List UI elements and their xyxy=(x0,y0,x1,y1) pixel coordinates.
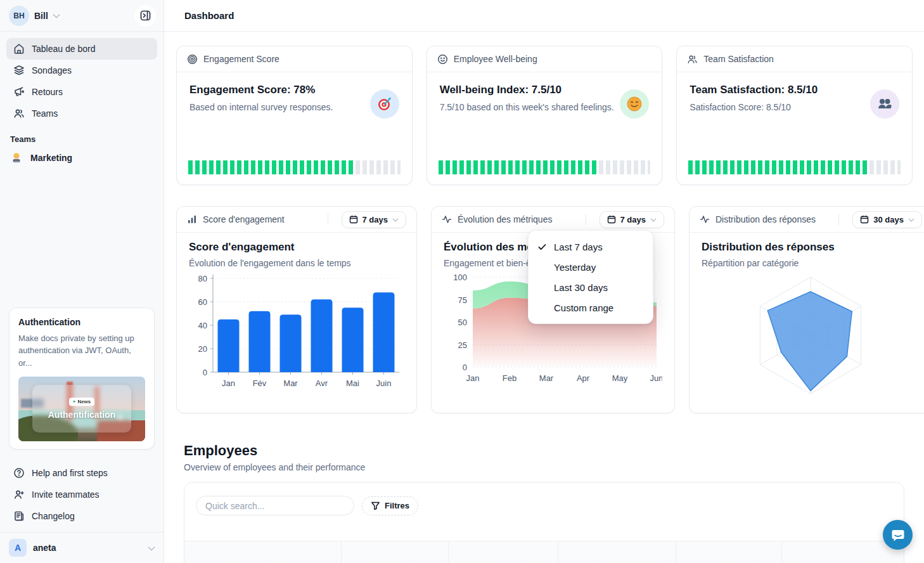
stat-subtitle: Satisfaction Score: 8.5/10 xyxy=(690,102,899,112)
sidebar-item-surveys[interactable]: Sondages xyxy=(6,60,157,81)
column-header-performance[interactable]: Performance xyxy=(676,541,782,563)
chevron-down-icon xyxy=(148,543,155,550)
menu-item-custom-range[interactable]: Custom range xyxy=(532,297,649,318)
svg-text:20: 20 xyxy=(198,344,207,354)
svg-text:Avr: Avr xyxy=(316,379,328,388)
page-title: Dashboard xyxy=(184,10,234,21)
svg-text:Juin: Juin xyxy=(376,379,392,388)
range-selector[interactable]: 30 days xyxy=(852,211,922,228)
wellbeing-card: Employee Well-being Well-being Index: 7.… xyxy=(427,46,663,185)
svg-text:25: 25 xyxy=(458,340,467,350)
chevron-down-icon xyxy=(909,216,914,222)
sidebar-item-feedback[interactable]: Retours xyxy=(6,81,157,103)
stats-row: Engagement Score Engagement Score: 78% B… xyxy=(176,46,913,185)
employees-subtitle: Overview of employees and their performa… xyxy=(184,462,365,472)
help-circle-icon xyxy=(13,467,25,479)
svg-text:100: 100 xyxy=(453,273,467,282)
layers-icon xyxy=(13,65,25,76)
workspace-name: aneta xyxy=(33,543,56,553)
activity-icon xyxy=(442,214,452,224)
card-header-label: Distribution des réponses xyxy=(715,214,816,224)
main-area: Dashboard Engagement Score Engagement Sc… xyxy=(164,0,924,563)
column-header-participation[interactable]: Participation xyxy=(558,541,676,563)
sidebar-item-dashboard[interactable]: Tableau de bord xyxy=(6,38,157,60)
workspace-switcher[interactable]: A aneta xyxy=(0,532,164,563)
svg-text:Jan: Jan xyxy=(466,373,480,383)
menu-item-last-30-days[interactable]: Last 30 days xyxy=(532,277,649,297)
satisfaction-progress-bar xyxy=(688,160,901,174)
menu-item-yesterday[interactable]: Yesterday xyxy=(532,257,649,277)
sidebar-collapse-button[interactable] xyxy=(134,5,156,27)
table-toolbar: Filtres xyxy=(184,482,904,529)
promo-image[interactable]: +News Authentification xyxy=(18,377,145,441)
users-icon xyxy=(687,54,698,65)
filters-button[interactable]: Filtres xyxy=(362,496,418,515)
engagement-progress-bar xyxy=(188,160,401,174)
chat-bubble-icon xyxy=(890,527,906,543)
chart-subtitle: Évolution de l'engagement dans le temps xyxy=(189,258,404,268)
svg-text:80: 80 xyxy=(198,274,207,283)
sidebar-item-label: Invite teammates xyxy=(32,489,99,500)
engagement-score-card: Engagement Score Engagement Score: 78% B… xyxy=(176,46,413,185)
news-badge: +News xyxy=(69,398,95,406)
column-header-team[interactable]: Team xyxy=(342,541,449,563)
chart-subtitle: Répartition par catégorie xyxy=(702,258,920,268)
card-header-label: Team Satisfaction xyxy=(703,54,774,64)
sidebar-item-label: Sondages xyxy=(32,65,72,75)
calendar-icon xyxy=(860,215,869,224)
chevron-down-icon xyxy=(651,216,657,222)
svg-text:0: 0 xyxy=(463,363,467,372)
range-selector[interactable]: 7 days xyxy=(342,211,406,228)
calendar-icon xyxy=(349,215,358,224)
svg-text:Feb: Feb xyxy=(503,373,517,383)
sidebar-item-changelog[interactable]: Changelog xyxy=(6,505,157,527)
app-root: BH Bill Tableau de bord Sondages Retours xyxy=(0,0,924,563)
column-header-user[interactable]: User xyxy=(184,541,342,563)
distribution-radar-chart xyxy=(702,271,920,404)
megaphone-icon xyxy=(13,86,25,98)
sidebar-team-marketing[interactable]: Marketing xyxy=(0,148,164,168)
sidebar-item-label: Help and first steps xyxy=(32,468,108,478)
panel-collapse-icon xyxy=(140,10,151,21)
svg-text:Mar: Mar xyxy=(539,373,554,383)
calendar-icon xyxy=(607,215,616,224)
user-avatar[interactable]: BH xyxy=(9,6,29,26)
search-input[interactable] xyxy=(196,496,354,515)
card-header-label: Évolution des métriques xyxy=(458,214,552,224)
user-name[interactable]: Bill xyxy=(34,11,48,21)
check-icon xyxy=(537,242,554,252)
sidebar-item-label: Tableau de bord xyxy=(32,44,95,54)
svg-text:May: May xyxy=(612,373,628,383)
stat-title: Team Satisfaction: 8.5/10 xyxy=(690,84,899,96)
svg-text:50: 50 xyxy=(458,318,467,327)
teams-section-label: Teams xyxy=(0,124,164,148)
sidebar-item-help[interactable]: Help and first steps xyxy=(6,462,157,484)
stat-title: Engagement Score: 78% xyxy=(189,84,399,96)
column-header-position[interactable]: Position xyxy=(449,541,558,563)
chevron-down-icon[interactable] xyxy=(53,11,60,18)
stat-subtitle: 7.5/10 based on this week's shared feeli… xyxy=(440,102,650,112)
range-selector[interactable]: 7 days xyxy=(600,211,664,228)
sidebar-item-label: Retours xyxy=(32,87,63,97)
chat-launcher-button[interactable] xyxy=(883,520,913,550)
chart-title: Score d'engagement xyxy=(189,241,404,254)
svg-text:60: 60 xyxy=(198,297,207,307)
topbar: Dashboard xyxy=(164,0,924,32)
promo-description: Make docs private by setting up authenti… xyxy=(18,332,145,370)
employees-table-card: Filtres User Team Position xyxy=(184,482,904,563)
menu-item-last-7-days[interactable]: Last 7 days xyxy=(532,236,649,257)
smiling-face-emoji xyxy=(620,89,649,119)
authentication-promo-card[interactable]: Authentication Make docs private by sett… xyxy=(9,307,155,450)
technologist-emoji xyxy=(10,152,23,164)
sidebar-item-invite[interactable]: Invite teammates xyxy=(6,484,157,505)
home-icon xyxy=(13,43,25,55)
sidebar-item-teams[interactable]: Teams xyxy=(6,103,157,124)
svg-text:Jan: Jan xyxy=(222,379,235,388)
wellbeing-progress-bar xyxy=(439,160,651,174)
card-header-label: Employee Well-being xyxy=(454,54,537,64)
chevron-down-icon xyxy=(393,216,399,222)
distribution-chart-card: Distribution des réponses 30 days Distri… xyxy=(689,206,924,413)
column-header-tasks[interactable]: Tasks xyxy=(782,541,904,563)
stat-subtitle: Based on internal survey responses. xyxy=(189,102,399,112)
stat-title: Well-being Index: 7.5/10 xyxy=(440,84,650,96)
